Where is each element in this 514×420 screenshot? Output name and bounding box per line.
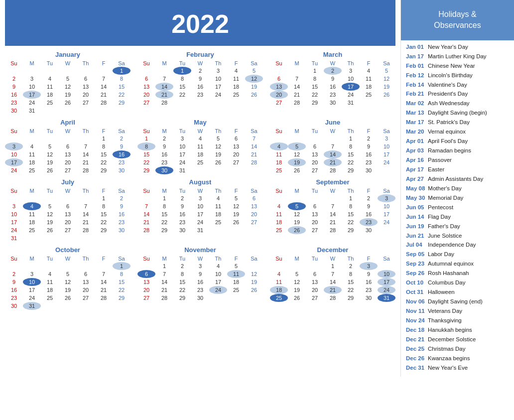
calendar-day[interactable]: 4 [360, 67, 378, 75]
calendar-day[interactable]: 19 [245, 278, 263, 286]
calendar-day[interactable]: 8 [342, 142, 360, 150]
calendar-day[interactable]: 11 [209, 202, 227, 210]
calendar-day[interactable]: 6 [227, 135, 245, 142]
calendar-day[interactable]: 11 [23, 210, 41, 218]
calendar-day[interactable]: 26 [288, 226, 306, 234]
calendar-day[interactable]: 9 [173, 202, 191, 210]
calendar-day[interactable]: 11 [227, 270, 245, 278]
calendar-day[interactable]: 1 [306, 67, 324, 75]
calendar-day[interactable]: 15 [95, 210, 113, 218]
calendar-day[interactable]: 8 [137, 142, 155, 150]
calendar-day[interactable]: 12 [41, 150, 59, 158]
calendar-day[interactable]: 11 [270, 150, 288, 158]
calendar-day[interactable]: 4 [209, 194, 227, 202]
calendar-day[interactable]: 3 [342, 67, 360, 75]
calendar-day[interactable]: 10 [173, 142, 191, 150]
calendar-day[interactable]: 20 [227, 150, 245, 158]
calendar-day[interactable]: 29 [113, 99, 130, 107]
calendar-day[interactable]: 12 [245, 75, 263, 83]
calendar-day[interactable]: 14 [137, 210, 155, 218]
calendar-day[interactable]: 15 [306, 83, 324, 91]
calendar-day[interactable]: 5 [245, 67, 263, 75]
calendar-day[interactable]: 21 [77, 158, 95, 166]
calendar-day[interactable]: 1 [113, 262, 130, 270]
calendar-day[interactable]: 14 [155, 83, 173, 91]
calendar-day[interactable]: 25 [360, 91, 378, 99]
calendar-day[interactable]: 30 [5, 107, 23, 115]
calendar-day[interactable]: 21 [288, 91, 306, 99]
calendar-day[interactable]: 1 [173, 67, 191, 75]
calendar-day[interactable]: 15 [342, 150, 360, 158]
calendar-day[interactable]: 4 [209, 262, 227, 270]
calendar-day[interactable]: 30 [155, 166, 173, 174]
calendar-day[interactable]: 1 [155, 194, 173, 202]
calendar-day[interactable]: 26 [41, 166, 59, 174]
calendar-day[interactable]: 23 [113, 158, 130, 166]
calendar-day[interactable]: 20 [59, 158, 77, 166]
calendar-day[interactable]: 2 [113, 194, 130, 202]
calendar-day[interactable]: 21 [155, 91, 173, 99]
calendar-day[interactable]: 9 [5, 83, 23, 91]
calendar-day[interactable]: 8 [95, 202, 113, 210]
calendar-day[interactable]: 20 [245, 210, 263, 218]
calendar-day[interactable]: 18 [270, 286, 288, 294]
calendar-day[interactable]: 1 [155, 262, 173, 270]
calendar-day[interactable]: 9 [113, 142, 130, 150]
calendar-day[interactable]: 22 [306, 91, 324, 99]
calendar-day[interactable]: 17 [5, 158, 23, 166]
calendar-day[interactable]: 11 [23, 150, 41, 158]
calendar-day[interactable]: 23 [113, 218, 130, 226]
calendar-day[interactable]: 25 [227, 286, 245, 294]
calendar-day[interactable]: 26 [41, 226, 59, 234]
calendar-day[interactable]: 24 [378, 286, 395, 294]
calendar-day[interactable]: 5 [288, 202, 306, 210]
calendar-day[interactable]: 9 [324, 75, 342, 83]
calendar-day[interactable]: 31 [191, 226, 209, 234]
calendar-day[interactable]: 8 [95, 142, 113, 150]
calendar-day[interactable]: 26 [209, 158, 227, 166]
calendar-day[interactable]: 13 [306, 210, 324, 218]
calendar-day[interactable]: 22 [155, 218, 173, 226]
calendar-day[interactable]: 3 [360, 262, 378, 270]
calendar-day[interactable]: 19 [245, 83, 263, 91]
calendar-day[interactable]: 25 [191, 158, 209, 166]
calendar-day[interactable]: 21 [245, 150, 263, 158]
calendar-day[interactable]: 3 [5, 202, 23, 210]
calendar-day[interactable]: 20 [270, 91, 288, 99]
calendar-day[interactable]: 19 [288, 286, 306, 294]
calendar-day[interactable]: 25 [209, 218, 227, 226]
calendar-day[interactable]: 29 [95, 226, 113, 234]
calendar-day[interactable]: 13 [137, 83, 155, 91]
calendar-day[interactable]: 23 [360, 158, 378, 166]
calendar-day[interactable]: 31 [342, 99, 360, 107]
calendar-day[interactable]: 5 [41, 202, 59, 210]
calendar-day[interactable]: 3 [378, 194, 395, 202]
calendar-day[interactable]: 7 [95, 75, 113, 83]
calendar-day[interactable]: 12 [245, 270, 263, 278]
calendar-day[interactable]: 26 [378, 91, 395, 99]
calendar-day[interactable]: 30 [360, 226, 378, 234]
calendar-day[interactable]: 18 [227, 278, 245, 286]
calendar-day[interactable]: 20 [59, 218, 77, 226]
calendar-day[interactable]: 14 [155, 278, 173, 286]
calendar-day[interactable]: 23 [191, 286, 209, 294]
calendar-day[interactable]: 7 [288, 75, 306, 83]
calendar-day[interactable]: 28 [324, 226, 342, 234]
calendar-day[interactable]: 22 [95, 218, 113, 226]
calendar-day[interactable]: 30 [324, 99, 342, 107]
calendar-day[interactable]: 14 [288, 83, 306, 91]
calendar-day[interactable]: 16 [191, 278, 209, 286]
calendar-day[interactable]: 17 [378, 150, 395, 158]
calendar-day[interactable]: 25 [23, 166, 41, 174]
calendar-day[interactable]: 8 [113, 75, 130, 83]
calendar-day[interactable]: 24 [209, 91, 227, 99]
calendar-day[interactable]: 19 [227, 210, 245, 218]
calendar-day[interactable]: 5 [59, 270, 77, 278]
calendar-day[interactable]: 17 [209, 83, 227, 91]
calendar-day[interactable]: 12 [288, 278, 306, 286]
calendar-day[interactable]: 29 [137, 166, 155, 174]
calendar-day[interactable]: 31 [5, 234, 23, 242]
calendar-day[interactable]: 6 [245, 194, 263, 202]
calendar-day[interactable]: 25 [270, 294, 288, 302]
calendar-day[interactable]: 14 [95, 83, 113, 91]
